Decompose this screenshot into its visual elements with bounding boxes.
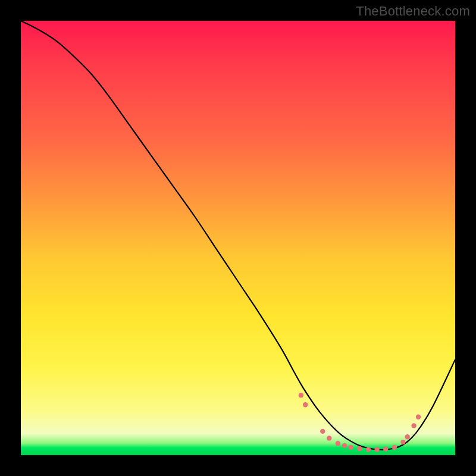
marker-dot	[392, 445, 397, 450]
marker-dot	[400, 440, 405, 444]
marker-dot	[349, 445, 353, 450]
marker-dot	[357, 446, 362, 451]
optimal-range-dots	[299, 393, 421, 452]
marker-dot	[366, 447, 371, 452]
chart-frame: TheBottleneck.com	[0, 0, 476, 476]
curve-svg	[21, 21, 455, 455]
marker-dot	[342, 443, 347, 448]
marker-dot	[327, 436, 331, 440]
marker-dot	[383, 447, 388, 452]
bottleneck-curve	[21, 21, 455, 450]
marker-dot	[336, 441, 340, 446]
marker-dot	[374, 447, 379, 452]
watermark-text: TheBottleneck.com	[356, 4, 470, 19]
marker-dot	[299, 393, 303, 397]
marker-dot	[320, 429, 325, 434]
marker-dot	[303, 402, 308, 407]
marker-dot	[405, 434, 410, 439]
plot-area	[21, 21, 455, 455]
marker-dot	[416, 415, 421, 419]
marker-dot	[411, 423, 416, 428]
